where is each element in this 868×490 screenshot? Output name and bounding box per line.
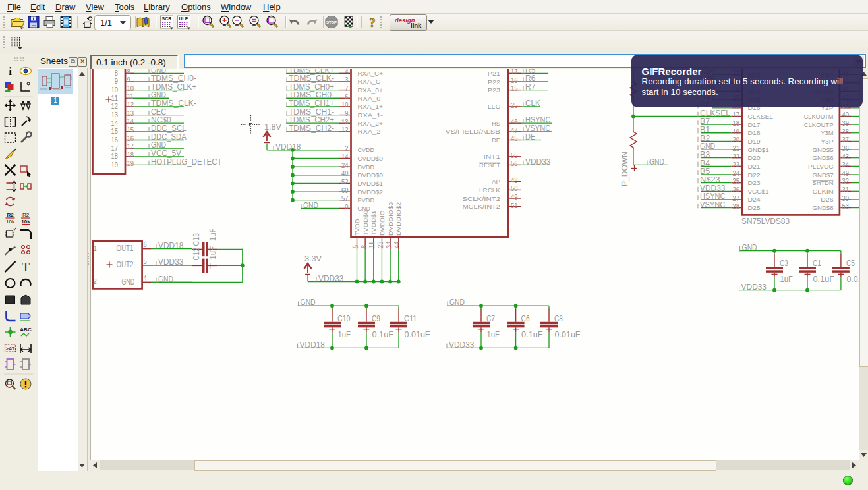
svg-text:VSYNC: VSYNC xyxy=(700,200,725,209)
svg-text:C8: C8 xyxy=(554,314,563,323)
svg-text:52: 52 xyxy=(341,178,349,186)
svg-text:10k: 10k xyxy=(6,219,15,225)
svg-text:RXA_1+: RXA_1+ xyxy=(358,103,384,110)
svg-text:13: 13 xyxy=(111,111,119,119)
svg-text:P21: P21 xyxy=(488,70,500,77)
svg-text:2: 2 xyxy=(94,277,97,285)
svg-text:25: 25 xyxy=(511,101,518,109)
svg-text:19: 19 xyxy=(127,159,134,167)
svg-text:GND$5: GND$5 xyxy=(813,146,834,153)
svg-text:ULP: ULP xyxy=(179,16,188,21)
svg-text:13: 13 xyxy=(341,118,349,126)
svg-text:0.1uF: 0.1uF xyxy=(372,330,394,339)
svg-text:C10: C10 xyxy=(337,314,351,323)
svg-text:9: 9 xyxy=(127,76,130,84)
svg-text:D23: D23 xyxy=(748,179,761,186)
svg-text:1uF: 1uF xyxy=(208,246,217,259)
svg-text:43: 43 xyxy=(842,153,850,161)
svg-text:56: 56 xyxy=(511,159,518,167)
svg-text:i: i xyxy=(9,65,12,78)
svg-text:0.01uF: 0.01uF xyxy=(405,330,430,339)
svg-text:DVDDIO: DVDDIO xyxy=(378,210,386,236)
svg-text:GND: GND xyxy=(122,277,135,286)
svg-text:?: ? xyxy=(369,16,376,30)
svg-text:D21: D21 xyxy=(748,163,761,170)
svg-text:D25: D25 xyxy=(748,204,761,211)
svg-text:RXA_2+: RXA_2+ xyxy=(358,120,384,127)
svg-text:9: 9 xyxy=(345,109,348,117)
svg-text:8: 8 xyxy=(115,69,118,77)
svg-text:GND$8: GND$8 xyxy=(813,204,834,211)
svg-text:11: 11 xyxy=(368,241,376,248)
svg-text:C6: C6 xyxy=(521,314,530,323)
svg-text:15: 15 xyxy=(511,84,518,92)
svg-text:D18: D18 xyxy=(748,129,761,136)
svg-text:VDD33: VDD33 xyxy=(449,340,474,350)
svg-text:0.1uF: 0.1uF xyxy=(521,330,543,339)
svg-text:RXA_C-: RXA_C- xyxy=(358,78,383,85)
svg-text:GND: GND xyxy=(301,298,316,307)
svg-text:47: 47 xyxy=(511,126,518,134)
svg-text:GND: GND xyxy=(449,298,465,307)
svg-text:46: 46 xyxy=(511,118,518,126)
svg-text:15: 15 xyxy=(111,127,119,135)
svg-text:1uF: 1uF xyxy=(780,275,794,284)
svg-text:37: 37 xyxy=(842,136,850,144)
svg-text:TVDD: TVDD xyxy=(353,219,361,236)
svg-text:>AT: >AT xyxy=(6,346,15,352)
svg-text:SCLK/INT2: SCLK/INT2 xyxy=(462,195,500,202)
svg-text:PLLVCC: PLLVCC xyxy=(808,163,833,170)
svg-text:GND: GND xyxy=(742,243,757,252)
svg-text:19: 19 xyxy=(111,161,119,169)
svg-text:14: 14 xyxy=(127,117,134,125)
svg-text:CLKSEL: CLKSEL xyxy=(748,113,774,120)
svg-text:1.8V: 1.8V xyxy=(264,122,281,132)
svg-text:9: 9 xyxy=(115,77,118,85)
svg-text:CVDD: CVDD xyxy=(358,146,375,153)
svg-text:53: 53 xyxy=(842,202,850,210)
svg-text:VDD33: VDD33 xyxy=(318,274,343,283)
svg-text:C11: C11 xyxy=(404,314,417,323)
svg-text:13: 13 xyxy=(127,109,134,117)
svg-text:15: 15 xyxy=(127,126,134,134)
svg-text:8: 8 xyxy=(127,69,130,76)
svg-text:LLC: LLC xyxy=(488,103,500,110)
svg-text:0.01uF: 0.01uF xyxy=(846,275,859,284)
svg-text:Y3P: Y3P xyxy=(821,138,834,145)
svg-text:C12: C12 xyxy=(192,248,201,261)
svg-text:DVDD$2: DVDD$2 xyxy=(358,188,383,196)
svg-text:11: 11 xyxy=(127,92,134,100)
svg-text:RXA_0+: RXA_0+ xyxy=(358,86,384,94)
svg-text:25: 25 xyxy=(733,177,740,185)
svg-text:16: 16 xyxy=(511,76,518,84)
svg-text:18: 18 xyxy=(127,151,134,159)
svg-text:12: 12 xyxy=(341,126,349,134)
svg-text:RXA_C+: RXA_C+ xyxy=(358,70,384,77)
svg-text:TVDD$0: TVDD$0 xyxy=(362,210,369,236)
svg-text:D17: D17 xyxy=(748,121,761,128)
svg-text:C5: C5 xyxy=(846,259,855,268)
svg-text:CLKIN: CLKIN xyxy=(813,188,834,195)
svg-text:3.3V: 3.3V xyxy=(304,254,322,263)
svg-text:GND: GND xyxy=(158,275,173,284)
svg-text:0.01uF: 0.01uF xyxy=(555,330,581,339)
svg-text:TVDD$1: TVDD$1 xyxy=(370,211,377,236)
svg-text:1uF: 1uF xyxy=(338,330,351,339)
svg-text:C13: C13 xyxy=(192,233,201,246)
svg-text:7: 7 xyxy=(345,84,348,92)
svg-text:DVDD: DVDD xyxy=(358,163,375,171)
svg-text:VDD18: VDD18 xyxy=(158,241,183,250)
svg-text:8: 8 xyxy=(360,245,368,248)
svg-text:C3: C3 xyxy=(780,259,788,268)
svg-text:GND$6: GND$6 xyxy=(813,154,834,161)
svg-text:50: 50 xyxy=(511,184,518,192)
svg-text:SN75LVDS83: SN75LVDS83 xyxy=(741,216,790,226)
svg-text:4: 4 xyxy=(345,69,348,76)
svg-text:17: 17 xyxy=(733,111,740,119)
svg-text:0.1uF: 0.1uF xyxy=(813,275,835,284)
svg-text:5: 5 xyxy=(144,258,147,265)
svg-text:12: 12 xyxy=(111,102,119,110)
svg-text:26: 26 xyxy=(733,186,740,194)
svg-text:HS: HS xyxy=(492,120,500,127)
svg-text:DVDD$1: DVDD$1 xyxy=(358,180,383,187)
